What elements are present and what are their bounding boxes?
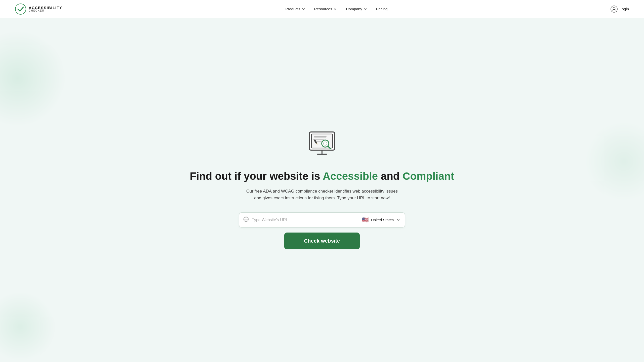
chevron-down-icon: [333, 7, 337, 11]
heading-text-1: Find out if your website is: [190, 170, 323, 182]
logo-subtitle: CHECKER: [29, 10, 62, 12]
login-label: Login: [620, 7, 629, 11]
chevron-down-icon: [302, 7, 305, 11]
svg-point-0: [15, 4, 26, 14]
nav-item-resources[interactable]: Resources: [314, 7, 337, 11]
globe-icon: [243, 216, 249, 223]
hero-section: Find out if your website is Accessible a…: [0, 18, 644, 362]
nav-item-pricing[interactable]: Pricing: [376, 7, 388, 11]
blob-bottom-left: [0, 292, 55, 362]
heading-accessible: Accessible: [323, 170, 378, 182]
hero-subtext: Our free ADA and WCAG compliance checker…: [246, 188, 398, 201]
svg-rect-7: [314, 136, 327, 138]
check-website-button[interactable]: Check website: [284, 233, 360, 249]
chevron-down-icon: [364, 7, 367, 11]
logo-text: ACCESSIBILITY CHECKER: [29, 6, 62, 12]
hero-subtext-line1: Our free ADA and WCAG compliance checker…: [246, 189, 398, 194]
logo-icon: [15, 4, 26, 15]
heading-text-2: and: [378, 170, 403, 182]
logo[interactable]: ACCESSIBILITY CHECKER: [15, 4, 62, 15]
nav-pricing-label: Pricing: [376, 7, 388, 11]
country-name: United States: [371, 218, 394, 222]
monitor-search-icon: [304, 126, 340, 161]
hero-subtext-line2: and gives exact instructions for fixing …: [254, 196, 390, 200]
country-chevron-icon: [396, 218, 400, 222]
nav-item-products[interactable]: Products: [286, 7, 305, 11]
check-button-label: Check website: [304, 238, 340, 244]
flag-us-icon: 🇺🇸: [362, 217, 369, 223]
logo-title: ACCESSIBILITY: [29, 6, 62, 10]
hero-heading: Find out if your website is Accessible a…: [190, 170, 454, 183]
url-input[interactable]: [252, 213, 353, 227]
user-icon: [611, 6, 618, 13]
svg-point-2: [613, 7, 615, 9]
nav-company-label: Company: [346, 7, 362, 11]
blob-left: [0, 31, 65, 126]
country-selector[interactable]: 🇺🇸 United States: [357, 217, 405, 223]
svg-rect-8: [314, 139, 324, 140]
navbar: ACCESSIBILITY CHECKER Products Resources…: [0, 0, 644, 18]
nav-links: Products Resources Company Pricing: [286, 7, 388, 11]
url-input-wrapper: [239, 213, 357, 227]
nav-resources-label: Resources: [314, 7, 332, 11]
hero-illustration: [304, 126, 340, 161]
blob-right: [584, 121, 644, 202]
nav-products-label: Products: [286, 7, 300, 11]
nav-item-company[interactable]: Company: [346, 7, 367, 11]
url-input-container: 🇺🇸 United States: [239, 212, 405, 228]
login-button[interactable]: Login: [611, 6, 629, 13]
heading-compliant: Compliant: [403, 170, 454, 182]
